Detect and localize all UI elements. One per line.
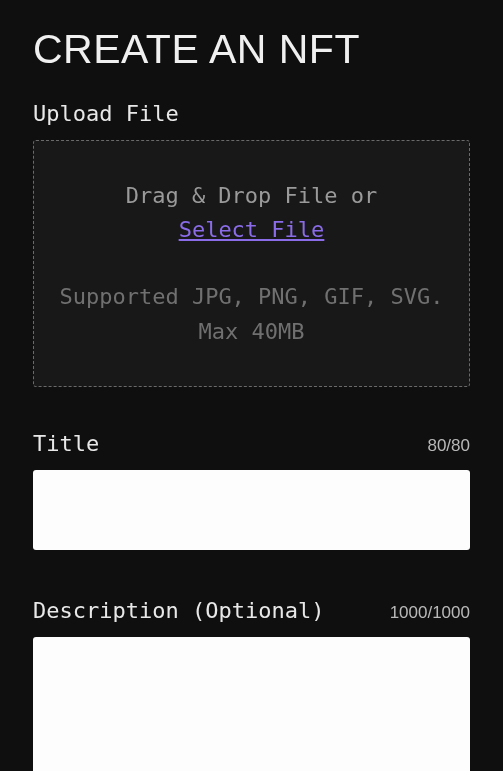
- description-counter: 1000/1000: [390, 603, 470, 623]
- dropzone-text: Drag & Drop File or: [126, 183, 378, 208]
- file-dropzone[interactable]: Drag & Drop File or Select File Supporte…: [33, 140, 470, 387]
- select-file-link[interactable]: Select File: [179, 217, 325, 242]
- description-input[interactable]: [33, 637, 470, 771]
- page-title: CREATE AN NFT: [33, 26, 470, 73]
- title-input[interactable]: [33, 470, 470, 550]
- description-label: Description (Optional): [33, 598, 324, 623]
- title-label: Title: [33, 431, 99, 456]
- upload-label: Upload File: [33, 101, 179, 126]
- title-counter: 80/80: [427, 436, 470, 456]
- dropzone-instruction: Drag & Drop File or Select File: [54, 179, 449, 247]
- dropzone-supported: Supported JPG, PNG, GIF, SVG. Max 40MB: [54, 279, 449, 349]
